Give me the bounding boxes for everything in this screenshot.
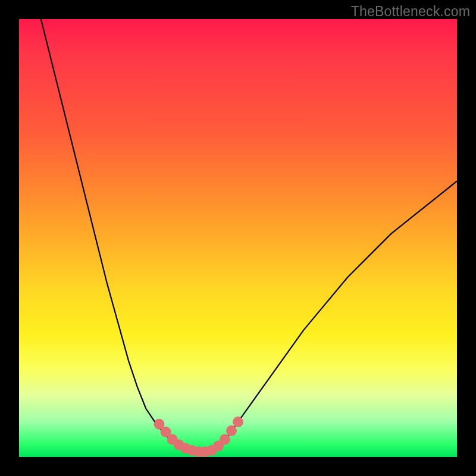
- chart-frame: TheBottleneck.com: [0, 0, 476, 476]
- plot-area: [19, 19, 457, 457]
- curve-layer: [19, 19, 457, 457]
- bottleneck-curve: [41, 19, 457, 452]
- watermark-text: TheBottleneck.com: [351, 4, 470, 20]
- curve-marker: [220, 434, 230, 445]
- curve-marker: [226, 425, 237, 436]
- curve-marker: [233, 416, 243, 427]
- marker-layer: [154, 416, 244, 457]
- curve-path: [41, 19, 457, 452]
